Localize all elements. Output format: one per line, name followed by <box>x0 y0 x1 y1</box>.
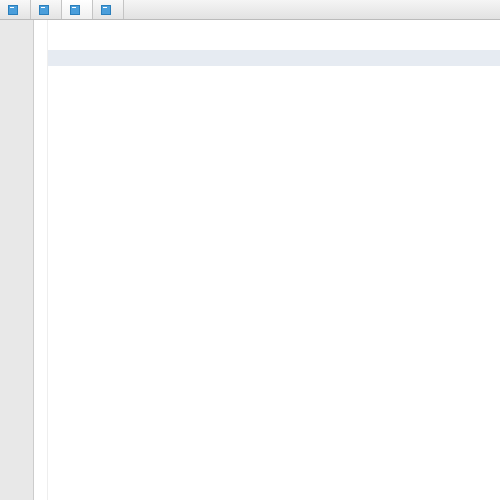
tab-pagebreak[interactable] <box>31 0 62 19</box>
tab-divpagebreak[interactable] <box>62 0 93 19</box>
code-line <box>48 490 500 500</box>
code-line <box>48 226 500 242</box>
file-icon <box>101 5 111 15</box>
tab-bar <box>0 0 500 20</box>
file-icon <box>70 5 80 15</box>
code-editor[interactable] <box>0 20 500 500</box>
code-line <box>48 50 500 66</box>
file-icon <box>8 5 18 15</box>
code-line <box>48 94 500 110</box>
code-line <box>48 314 500 330</box>
code-line <box>48 358 500 374</box>
fold-gutter <box>34 20 48 500</box>
code-area[interactable] <box>48 20 500 500</box>
line-number-gutter <box>0 20 34 500</box>
file-icon <box>39 5 49 15</box>
code-line <box>48 138 500 154</box>
tab-pagbreak-1[interactable] <box>0 0 31 19</box>
tab-hpagebreak[interactable] <box>93 0 124 19</box>
code-line <box>48 182 500 198</box>
code-line <box>48 270 500 286</box>
code-line <box>48 402 500 418</box>
code-line <box>48 446 500 462</box>
